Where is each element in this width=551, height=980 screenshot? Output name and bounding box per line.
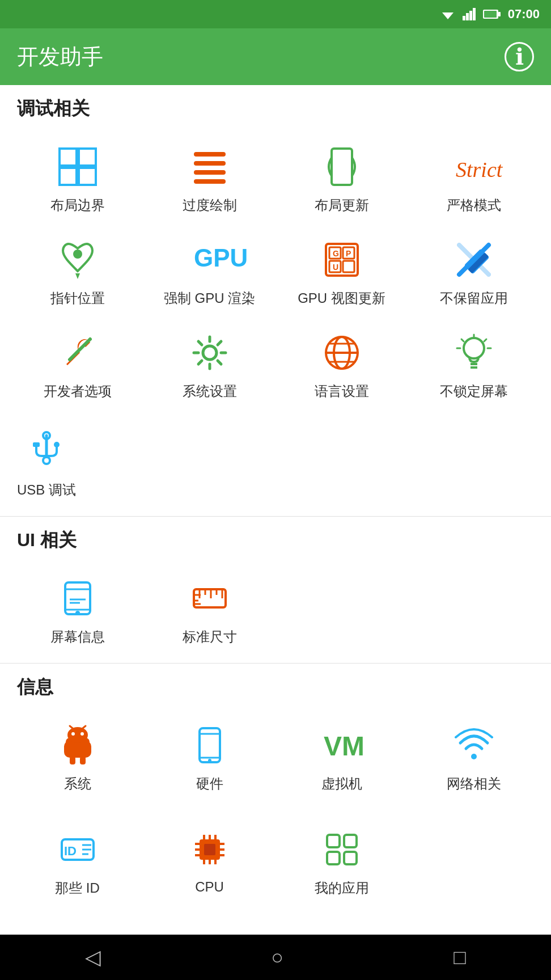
svg-text:GPU: GPU bbox=[194, 244, 248, 272]
info-button[interactable]: ℹ bbox=[505, 42, 534, 71]
system-label: 系统 bbox=[64, 775, 91, 793]
svg-rect-14 bbox=[194, 161, 226, 166]
gpu-render-icon: GPU bbox=[187, 237, 232, 282]
usb-debug-item[interactable]: USB 调试 bbox=[11, 417, 82, 510]
my-apps-item[interactable]: 我的应用 bbox=[276, 816, 408, 909]
svg-rect-7 bbox=[498, 12, 501, 16]
svg-text:VM: VM bbox=[324, 731, 364, 761]
svg-rect-17 bbox=[332, 149, 352, 185]
gpu-render-item[interactable]: GPU 强制 GPU 渲染 bbox=[143, 226, 276, 319]
network-label: 网络相关 bbox=[447, 775, 501, 793]
svg-text:Strict: Strict bbox=[456, 158, 503, 181]
svg-point-72 bbox=[80, 732, 84, 736]
svg-rect-5 bbox=[473, 8, 476, 20]
svg-rect-13 bbox=[194, 152, 226, 157]
gpu-view-update-icon: G P U bbox=[319, 237, 364, 282]
gpu-view-update-item[interactable]: G P U GPU 视图更新 bbox=[276, 226, 408, 319]
svg-rect-105 bbox=[344, 852, 357, 864]
layout-update-icon bbox=[319, 144, 364, 189]
svg-point-82 bbox=[471, 754, 477, 759]
strict-mode-icon: Strict bbox=[451, 144, 497, 189]
svg-rect-4 bbox=[469, 11, 472, 20]
no-keep-activity-icon bbox=[451, 237, 497, 282]
signal-status-icon bbox=[463, 8, 476, 20]
gpu-view-update-label: GPU 视图更新 bbox=[298, 289, 385, 307]
nav-home-button[interactable]: ○ bbox=[271, 945, 283, 969]
usb-debug-icon bbox=[24, 429, 69, 474]
svg-rect-69 bbox=[64, 741, 91, 758]
no-keep-activity-item[interactable]: 不保留应用 bbox=[408, 226, 540, 319]
my-apps-icon bbox=[319, 827, 364, 872]
nav-back-button[interactable]: ◁ bbox=[85, 945, 101, 969]
svg-point-80 bbox=[208, 759, 211, 762]
system-item[interactable]: 系统 bbox=[11, 711, 143, 804]
svg-rect-48 bbox=[33, 442, 40, 447]
those-ids-label: 那些 ID bbox=[55, 879, 100, 897]
screen-info-item[interactable]: 屏幕信息 bbox=[11, 564, 143, 657]
pointer-location-item[interactable]: 指针位置 bbox=[11, 226, 143, 319]
usb-debug-row: USB 调试 bbox=[0, 417, 551, 516]
standard-size-label: 标准尺寸 bbox=[183, 628, 237, 646]
overdraw-label: 过度绘制 bbox=[183, 196, 237, 214]
svg-rect-11 bbox=[60, 168, 77, 185]
svg-line-42 bbox=[461, 339, 464, 341]
hardware-icon bbox=[187, 723, 232, 768]
app-header: 开发助手 ℹ bbox=[0, 28, 551, 85]
svg-point-32 bbox=[203, 346, 217, 360]
svg-line-74 bbox=[83, 726, 86, 728]
network-item[interactable]: 网络相关 bbox=[408, 711, 540, 804]
hardware-label: 硬件 bbox=[196, 775, 223, 793]
layout-border-item[interactable]: 布局边界 bbox=[11, 133, 143, 226]
no-lock-screen-label: 不锁定屏幕 bbox=[440, 382, 508, 400]
dev-options-label: 开发者选项 bbox=[44, 382, 112, 400]
overdraw-item[interactable]: 过度绘制 bbox=[143, 133, 276, 226]
cpu-item[interactable]: CPU bbox=[143, 816, 276, 909]
svg-point-38 bbox=[464, 338, 484, 358]
strict-mode-item[interactable]: Strict 严格模式 bbox=[408, 133, 540, 226]
those-ids-item[interactable]: ID 那些 ID bbox=[11, 816, 143, 909]
screen-info-icon bbox=[55, 576, 100, 621]
svg-rect-9 bbox=[60, 149, 77, 166]
svg-point-49 bbox=[54, 442, 60, 447]
language-settings-label: 语言设置 bbox=[315, 382, 369, 400]
nav-recent-button[interactable]: □ bbox=[453, 945, 466, 969]
system-settings-item[interactable]: 系统设置 bbox=[143, 319, 276, 412]
svg-rect-104 bbox=[327, 852, 340, 864]
svg-point-51 bbox=[44, 458, 49, 463]
battery-status-icon bbox=[483, 8, 501, 20]
svg-point-70 bbox=[67, 727, 88, 743]
vm-label: 虚拟机 bbox=[321, 775, 362, 793]
language-settings-item[interactable]: 语言设置 bbox=[276, 319, 408, 412]
svg-text:U: U bbox=[333, 263, 338, 272]
section-title-info: 信息 bbox=[0, 664, 551, 706]
svg-rect-25 bbox=[343, 261, 354, 272]
section-title-debug: 调试相关 bbox=[0, 85, 551, 127]
overdraw-icon bbox=[187, 144, 232, 189]
svg-point-55 bbox=[75, 611, 80, 615]
cpu-label: CPU bbox=[195, 879, 224, 895]
standard-size-item[interactable]: 标准尺寸 bbox=[143, 564, 276, 657]
svg-rect-21 bbox=[326, 244, 358, 276]
language-settings-icon bbox=[319, 330, 364, 375]
info-grid-2: ID 那些 ID bbox=[0, 810, 551, 914]
svg-rect-12 bbox=[79, 168, 96, 185]
hardware-item[interactable]: 硬件 bbox=[143, 711, 276, 804]
layout-update-item[interactable]: 布局更新 bbox=[276, 133, 408, 226]
svg-rect-16 bbox=[194, 179, 226, 184]
strict-mode-label: 严格模式 bbox=[447, 196, 501, 214]
status-time: 07:00 bbox=[508, 7, 540, 22]
pointer-location-label: 指针位置 bbox=[50, 289, 105, 307]
svg-rect-15 bbox=[194, 170, 226, 175]
svg-rect-8 bbox=[484, 11, 497, 18]
status-bar: 07:00 bbox=[0, 0, 551, 28]
screen-info-label: 屏幕信息 bbox=[50, 628, 105, 646]
no-lock-screen-item[interactable]: 不锁定屏幕 bbox=[408, 319, 540, 412]
gpu-render-label: 强制 GPU 渲染 bbox=[164, 289, 255, 307]
wifi-status-icon bbox=[440, 8, 456, 20]
vm-item[interactable]: VM 虚拟机 bbox=[276, 711, 408, 804]
svg-text:ID: ID bbox=[64, 844, 77, 858]
dev-options-item[interactable]: 开发者选项 bbox=[11, 319, 143, 412]
app-title: 开发助手 bbox=[17, 43, 103, 71]
svg-line-73 bbox=[70, 726, 73, 728]
usb-debug-label: USB 调试 bbox=[17, 481, 76, 499]
